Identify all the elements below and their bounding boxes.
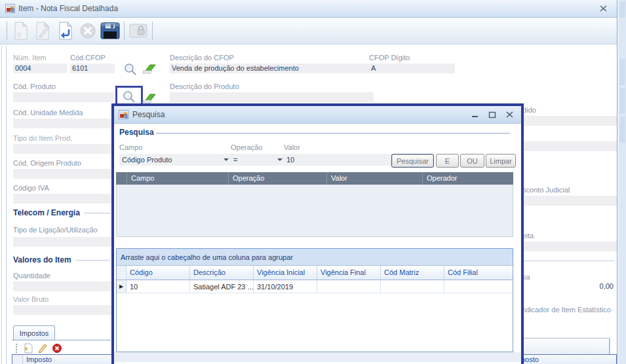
valor-bruto-field[interactable] [13, 305, 114, 315]
column-header-cod-matriz[interactable]: Cód Matriz [381, 266, 444, 280]
imposto-column-header[interactable]: Imposto [23, 355, 52, 364]
cod-unidade-label: Cód. Unidade Medida [13, 109, 83, 117]
right-tab-box[interactable] [517, 338, 610, 355]
group-rule [156, 133, 510, 134]
group-title: Pesquisa [119, 128, 154, 137]
lock-icon[interactable] [127, 20, 149, 42]
search-icon[interactable] [124, 63, 137, 75]
minimize-icon[interactable] [470, 110, 480, 119]
cell-vigencia-final[interactable] [317, 280, 381, 293]
receita-field[interactable] [518, 242, 617, 251]
add-icon[interactable] [23, 343, 33, 354]
cod-cfop-field[interactable]: 6101 [70, 64, 115, 73]
dialog-bottom-margin [114, 352, 521, 362]
desconto-judicial-label-partial: esconto Judicial [518, 186, 570, 194]
cod-unidade-field[interactable] [13, 118, 114, 128]
cfop-digito-label: CFOP Dígito [369, 54, 410, 62]
column-header-codigo[interactable]: Código [127, 266, 190, 280]
cell-cod-matriz[interactable] [381, 280, 444, 293]
column-header-vigencia-final[interactable]: Vigência Final [317, 266, 381, 280]
column-header-operador[interactable]: Operador [423, 172, 513, 185]
save-icon[interactable] [99, 20, 121, 42]
cell-descricao[interactable]: Satiagel ADF 23 ... [190, 280, 254, 293]
criteria-grid-header: Campo Operação Valor Operador [116, 172, 513, 185]
section-valores-item: Valores do Item [13, 255, 110, 264]
campo-combobox[interactable]: Código Produto [119, 154, 231, 166]
desc-cfop-label: Descrição do CFOP [170, 54, 234, 62]
dialog-body: Pesquisa Campo Operação Valor Código Pro… [114, 124, 521, 362]
toolbar-grip[interactable] [16, 344, 19, 353]
vendido-field[interactable] [518, 116, 617, 126]
cod-produto-field[interactable] [13, 92, 114, 102]
clear-eraser-icon[interactable] [141, 63, 157, 75]
desc-cfop-field[interactable]: Venda de produção do estabelecimento [170, 64, 374, 73]
e-button[interactable]: E [436, 154, 459, 168]
cod-origem-field[interactable] [13, 169, 114, 179]
table-row[interactable]: ▶ 10 Satiagel ADF 23 ... 31/10/2019 [117, 280, 513, 293]
close-icon[interactable] [598, 4, 608, 12]
tab-panel-edge [12, 340, 111, 340]
desc-produto-field[interactable] [170, 92, 374, 102]
campo-label: Campo [119, 143, 142, 151]
valor-bruto-label: Valor Bruto [13, 295, 49, 303]
delete-icon[interactable] [52, 343, 62, 354]
imposto-grid-right-header[interactable]: posto [518, 355, 616, 364]
dialog-titlebar[interactable]: Pesquisa [114, 106, 521, 124]
num-item-field[interactable]: 0004 [13, 64, 67, 73]
desconto-judicial-field[interactable] [518, 196, 617, 206]
row-indicator-column [116, 172, 127, 185]
group-by-bar[interactable]: Arraste aqui o cabeçalho de uma coluna p… [117, 249, 513, 266]
column-header-vigencia-inicial[interactable]: Vigência Inicial [254, 266, 317, 280]
num-item-label: Núm. Item [13, 54, 47, 62]
tipo-ligacao-field[interactable] [13, 237, 114, 247]
column-header-descricao[interactable]: Descrição [190, 266, 254, 280]
background-window-edge [619, 0, 626, 364]
background-window-segment [619, 117, 625, 143]
maximize-icon[interactable] [487, 110, 498, 119]
column-header-valor[interactable]: Valor [327, 172, 423, 185]
clear-eraser-icon[interactable] [141, 92, 157, 104]
revert-icon[interactable] [54, 20, 77, 42]
quantidade-label: Quantidade [13, 272, 50, 280]
operacao-combobox[interactable]: = [231, 154, 285, 166]
imposto-grid-right: posto [518, 354, 617, 364]
valor-label: Valor [284, 143, 300, 151]
quantidade-field[interactable] [13, 282, 114, 291]
tipo-ligacao-label: Tipo de Ligação/Utilização [13, 226, 98, 234]
despesa-value[interactable]: 0,00 [518, 282, 614, 290]
criteria-grid: Campo Operação Valor Operador [116, 172, 513, 237]
column-header-campo[interactable]: Campo [127, 172, 229, 185]
left-panel-splitter[interactable] [1, 46, 7, 364]
limpar-button[interactable]: Limpar [486, 154, 516, 168]
background-window-segment [619, 88, 625, 114]
window-titlebar: Item - Nota Fiscal Detalhada [0, 0, 617, 18]
chevron-down-icon [277, 158, 283, 161]
criteria-grid-body[interactable] [116, 185, 513, 237]
cfop-digito-field[interactable]: A [369, 64, 455, 73]
window-title: Item - Nota Fiscal Detalhada [18, 4, 118, 13]
cancel-icon[interactable] [77, 20, 99, 42]
right-field-2[interactable] [518, 141, 617, 151]
right-section-rule [518, 261, 615, 261]
new-document-icon[interactable] [10, 20, 32, 42]
valor-input[interactable]: 10 [284, 154, 393, 166]
cell-vigencia-inicial[interactable]: 31/10/2019 [254, 280, 317, 293]
results-grid-header: Código Descrição Vigência Inicial Vigênc… [117, 266, 513, 280]
column-header-cod-filial[interactable]: Cód Filial [444, 266, 513, 280]
tab-impostos[interactable]: Impostos [13, 325, 55, 340]
cell-cod-filial[interactable] [444, 280, 513, 293]
column-header-operacao[interactable]: Operação [229, 172, 327, 185]
tipo-item-field[interactable] [13, 144, 114, 154]
indicador-item-estatistico-label: Indicador de Item Estatístico [520, 306, 611, 314]
operacao-label: Operação [231, 143, 262, 151]
tipo-item-label: Tipo do Item Prod. [13, 134, 72, 142]
form-icon [5, 4, 15, 13]
pesquisar-button[interactable]: Pesquisar [391, 154, 434, 168]
impostos-grid-header[interactable]: Imposto [12, 355, 112, 364]
cell-codigo[interactable]: 10 [127, 280, 190, 293]
edit-icon[interactable] [37, 343, 48, 354]
edit-icon[interactable] [32, 20, 54, 42]
ou-button[interactable]: OU [460, 154, 484, 168]
close-icon[interactable] [504, 110, 515, 119]
codigo-iva-field[interactable] [13, 194, 114, 204]
